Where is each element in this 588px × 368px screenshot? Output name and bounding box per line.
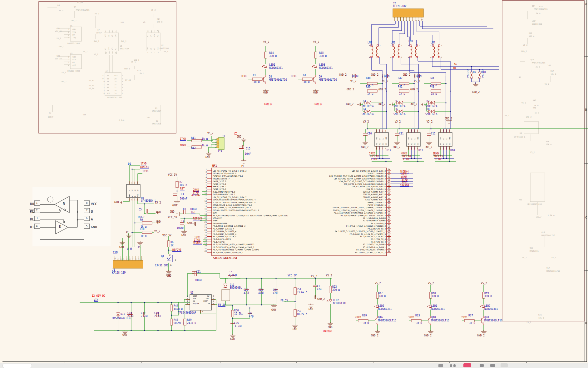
mcu-pin-number: 57 — [388, 187, 390, 189]
mcu-pin-number: 45 — [388, 218, 390, 220]
schematic-label: R8 — [57, 4, 60, 6]
schematic-canvas[interactable]: SMBJ12CASMBJ12CA4A4B1GND1GND2VIN2VIN3OV3… — [0, 0, 588, 368]
schematic-label: 16.9kΩ — [234, 313, 243, 315]
schematic-label: C24 — [273, 289, 277, 291]
schematic-label: R55 — [319, 52, 324, 54]
schematic-label: 10k Ω — [538, 317, 544, 319]
schematic-label: 1TXD — [240, 75, 246, 78]
schematic-label: V5_2 — [311, 275, 317, 278]
schematic-label: GND — [91, 225, 97, 229]
schematic-label: SMBJ12CA — [362, 113, 374, 116]
mcu-pin-number: 6 — [202, 181, 207, 184]
mcu-pin-number: 24 — [202, 229, 207, 231]
schematic-label: MMBT3906 — [530, 250, 539, 252]
scrollbar-thumb[interactable] — [2, 364, 32, 368]
schematic-label: R — [175, 260, 176, 262]
small-icon-2[interactable] — [453, 364, 456, 367]
schematic-label: J3 — [222, 135, 225, 138]
schematic-label: R44 — [430, 77, 434, 80]
schematic-label: R59 — [484, 292, 489, 295]
schematic-label: U9 — [520, 132, 522, 134]
schematic-label: GND — [293, 328, 297, 331]
schematic-label: 47uF — [273, 292, 279, 295]
mcu-pin-number: 53 — [388, 197, 390, 199]
grid-icon[interactable] — [480, 364, 484, 367]
schematic-label: R46 — [533, 99, 536, 101]
mcu-pin-number: 63 — [388, 171, 390, 173]
mcu-pin-number: 46 — [388, 216, 390, 218]
schematic-label: C5 — [139, 209, 142, 211]
schematic-label: C20 — [154, 312, 159, 315]
schematic-label: V5_2 — [155, 202, 161, 204]
schematic-label: PE — [241, 165, 245, 168]
schematic-label: NCD0603B1 — [319, 67, 333, 69]
schematic-label: V5_2 — [313, 41, 319, 43]
schematic-label: 1k Ω — [202, 138, 208, 140]
schematic-label: D9 — [473, 71, 476, 74]
schematic-label: 53.6k Ω — [297, 291, 307, 294]
schematic-label: R39 — [366, 86, 370, 88]
schematic-label: LM1 — [368, 42, 372, 44]
mcu-pin-number: 61 — [388, 176, 390, 178]
schematic-label: A — [170, 264, 171, 266]
layers-icon[interactable] — [490, 364, 495, 367]
mcu-pin-number: 19 — [202, 216, 207, 218]
mcu-pin-number: 10 — [202, 192, 207, 194]
schematic-label: R37 — [468, 315, 473, 317]
schematic-label: R10 — [140, 228, 144, 231]
mcu-pin-label: LIN_TX/CAN2_TX/T4CLKO_2/PWM8_3/TxD4/ADC1… — [304, 175, 386, 177]
panel-icon[interactable] — [438, 364, 443, 367]
mcu-pin-label: P2.0/A8/PWM1P_2/PWM5 — [304, 219, 386, 222]
schematic-label: 4.7nF — [235, 325, 242, 328]
schematic-label: 3k Ω — [416, 322, 422, 325]
schematic-label: A — [585, 3, 587, 6]
schematic-label: GND_2 — [59, 46, 64, 48]
schematic-label: 1k Ω — [431, 93, 437, 95]
mcu-pin-number: 9 — [202, 189, 207, 191]
schematic-label: KF128-10P — [393, 5, 406, 8]
schematic-label: 100nF — [180, 198, 187, 200]
schematic-label: NCD0603R1 — [333, 302, 346, 305]
schematic-label: 100nF — [383, 75, 391, 78]
schematic-label: GND_2 — [526, 116, 531, 118]
mcu-pin-label: P3.3/INT1/MISO_4/SDA_4/PWM4N_4/PWM7_2 — [213, 246, 254, 248]
mcu-pin-label: T3/ADC12/AD4/P0.4 — [304, 172, 386, 174]
horizontal-scrollbar[interactable] — [0, 363, 588, 368]
mcu-pin-number: 35 — [388, 244, 390, 247]
active-tool-icon[interactable] — [501, 363, 508, 367]
mcu-pin-number: 12 — [202, 197, 207, 199]
mcu-pin-label: CAN_TX_3/ALE/P4.5 — [304, 188, 386, 190]
mcu-pin-label: P3.7/INT3/TxD_2/CMP+ — [304, 243, 386, 245]
schematic-label: 6.8uH — [229, 274, 237, 277]
mcu-refdes: UA1 — [212, 165, 217, 168]
schematic-label: R6 — [170, 241, 174, 244]
schematic-label: GND — [187, 222, 192, 224]
schematic-label: R51 — [297, 288, 301, 291]
schematic-label: LM4 — [431, 42, 435, 44]
mcu-pin-label: P3.2/INT0/SCLK_4/SCL_4/PWMETI/PWMETI2 — [213, 243, 254, 245]
schematic-label: 1TXD — [141, 163, 146, 165]
mcu-pin-label: S2SCLK_4/PWM8_4/P7.7 — [304, 191, 386, 193]
schematic-label: 2.2uF — [127, 315, 135, 318]
mcu-pin-number: 40 — [388, 231, 390, 234]
schematic-label: RT/CLK — [193, 303, 200, 305]
schematic-label: 1 — [36, 202, 37, 204]
schematic-label: V5_2 — [363, 121, 369, 123]
schematic-label: R53 — [332, 286, 337, 288]
schematic-label: LED4 — [532, 20, 536, 22]
schematic-label: 485EN1 — [193, 242, 202, 244]
small-icon-1[interactable] — [450, 364, 452, 367]
mcu-pin-number: 5 — [202, 179, 207, 181]
schematic-label: R17 — [551, 70, 554, 72]
record-icon[interactable] — [463, 363, 471, 367]
schematic-label: GND_2 — [371, 74, 378, 76]
schematic-label: SMBJ12CA — [393, 113, 406, 116]
mcu-pin-label: PWM1N_3/P6.1 — [213, 183, 226, 185]
mcu-pin-label: P3.1/TxD/D+ — [213, 241, 225, 243]
schematic-label: 3RXD — [408, 316, 414, 319]
schematic-label: D5 — [395, 100, 398, 103]
mcu-pin-number: 64 — [388, 168, 390, 170]
schematic-label: V5_2 — [414, 80, 420, 83]
mcu-pin-label: P4.1/MISO_3/S1MISO_3/S2MISO_3/CMPO_2/PWM… — [304, 230, 386, 232]
schematic-label: SMBJ12CA — [425, 113, 437, 116]
